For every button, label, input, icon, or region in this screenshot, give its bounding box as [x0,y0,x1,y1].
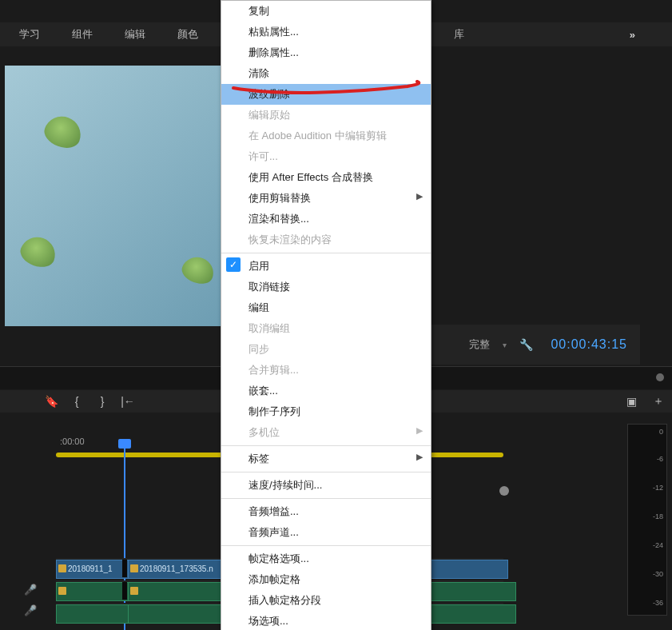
preview-decoration [17,233,60,272]
program-monitor[interactable] [5,66,224,326]
track-header-column: 🎤 🎤 [24,579,37,620]
clip-gap[interactable] [122,582,127,600]
context-menu-item[interactable]: 嵌套... [221,381,431,401]
context-menu-item: 多机位▶ [221,422,431,443]
context-menu-item[interactable]: 插入帧定格分段 [221,590,431,611]
lift-icon[interactable]: ▣ [618,395,645,408]
context-menu-item: 许可... [221,146,431,167]
mark-in-icon[interactable]: { [64,395,89,408]
clip-context-menu: 复制粘贴属性...删除属性...清除波纹删除编辑原始在 Adobe Auditi… [221,0,431,630]
context-menu-item: 在 Adobe Audition 中编辑剪辑 [221,126,431,146]
more-workspaces-icon[interactable]: » [614,29,653,41]
button-editor-icon[interactable]: ＋ [645,394,672,409]
audio-clip[interactable] [56,604,134,624]
settings-icon[interactable]: 🔧 [519,338,533,351]
context-menu-separator [221,472,431,472]
context-menu-item: 取消编组 [221,318,431,339]
context-menu-separator [221,498,431,499]
context-menu-item[interactable]: 音频增益... [221,501,431,522]
context-menu-separator [221,445,431,446]
chevron-down-icon[interactable]: ▾ [503,341,507,349]
context-menu-item[interactable]: 复制 [221,1,431,22]
mic-icon[interactable]: 🎤 [24,579,37,600]
context-menu-item[interactable]: 取消链接 [221,277,431,297]
context-menu-item[interactable]: 删除属性... [221,42,431,63]
out-point-handle[interactable] [499,486,509,496]
meter-tick: -24 [653,541,663,549]
submenu-arrow-icon: ▶ [416,452,423,462]
program-header: 完整 ▾ 🔧 00:00:43:15 [428,325,640,365]
context-menu-item[interactable]: 启用✓ [221,256,431,277]
context-menu-item[interactable]: 粘贴属性... [221,22,431,42]
context-menu-item[interactable]: 场选项... [221,611,431,630]
context-menu-item[interactable]: 标签▶ [221,449,431,469]
check-icon: ✓ [226,257,241,272]
clip-label: 20180911_173535.n [140,564,213,573]
submenu-arrow-icon: ▶ [416,425,423,436]
context-menu-separator [221,253,431,253]
context-menu-item[interactable]: 速度/持续时间... [221,475,431,496]
fx-badge-icon [58,587,66,595]
meter-tick: -30 [653,570,663,578]
mark-out-icon[interactable]: } [89,395,115,408]
meter-tick: -12 [653,484,663,492]
context-menu-item[interactable]: 波纹删除 [221,84,431,105]
zoom-select[interactable]: 完整 [469,337,490,352]
preview-decoration [179,253,218,288]
submenu-arrow-icon: ▶ [416,191,423,201]
fx-badge-icon [130,564,138,572]
tab-color[interactable]: 颜色 [161,27,214,42]
meter-tick: -36 [653,599,663,607]
clip-gap[interactable] [122,560,127,577]
context-menu-item[interactable]: 音频声道... [221,522,431,543]
preview-decoration [41,111,85,152]
context-menu-item: 合并剪辑... [221,360,431,381]
clip-label: 20180911_1 [68,564,113,573]
meter-tick: 0 [659,428,663,436]
context-menu-item[interactable]: 使用剪辑替换▶ [221,188,431,209]
context-menu-item[interactable]: 使用 After Effects 合成替换 [221,167,431,188]
meter-tick: -6 [657,455,663,463]
tab-assembly[interactable]: 组件 [56,27,109,42]
add-marker-icon[interactable]: 🔖 [38,395,64,408]
go-to-in-icon[interactable]: |← [115,395,141,408]
context-menu-separator [221,545,431,546]
meter-tick: -18 [653,512,663,520]
tab-libraries[interactable]: 库 [438,27,480,42]
context-menu-item[interactable]: 清除 [221,63,431,84]
context-menu-item[interactable]: 编组 [221,297,431,318]
context-menu-item: 编辑原始 [221,105,431,126]
context-menu-item: 同步 [221,339,431,360]
mic-icon[interactable]: 🎤 [24,600,37,620]
context-menu-item[interactable]: 渲染和替换... [221,209,431,229]
ruler-end-icon [656,373,664,381]
fx-badge-icon [130,587,138,595]
context-menu-item: 恢复未渲染的内容 [221,229,431,250]
context-menu-item[interactable]: 帧定格选项... [221,548,431,569]
sequence-timecode[interactable]: 00:00:43:15 [551,337,627,352]
timeline-start-tc: :00:00 [60,437,85,446]
context-menu-item[interactable]: 制作子序列 [221,401,431,422]
tab-editing[interactable]: 编辑 [109,27,161,42]
app-root: 学习 组件 编辑 颜色 库 » 完整 ▾ 🔧 00:00:43:15 🔖 { }… [0,0,672,630]
audio-meter: 0 -6 -12 -18 -24 -30 -36 [627,424,667,616]
context-menu-item[interactable]: 添加帧定格 [221,569,431,590]
tab-learning[interactable]: 学习 [3,27,56,42]
fx-badge-icon [58,564,66,572]
